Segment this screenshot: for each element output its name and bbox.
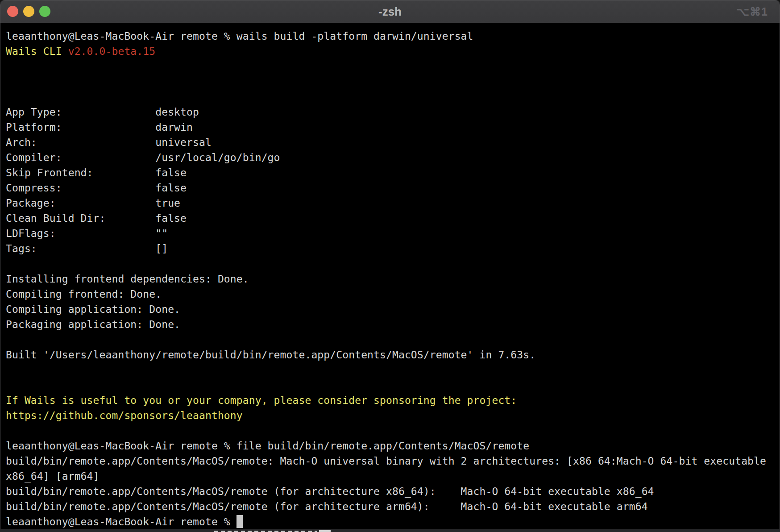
terminal-text-segment: LDFlags: "" bbox=[6, 228, 168, 239]
terminal-line: Installing frontend dependencies: Done. bbox=[6, 271, 780, 287]
terminal-text-segment: If Wails is useful to you or your compan… bbox=[6, 395, 517, 406]
minimize-button[interactable] bbox=[23, 6, 34, 17]
terminal-line: Platform: darwin bbox=[6, 120, 780, 135]
terminal-line: leaanthony@Leas-MacBook-Air remote % fil… bbox=[6, 438, 780, 453]
terminal-line bbox=[6, 74, 780, 89]
terminal-text-segment: Platform: darwin bbox=[6, 121, 193, 133]
terminal-line: Clean Build Dir: false bbox=[6, 211, 780, 226]
terminal-line bbox=[6, 332, 780, 347]
terminal-line: Compress: false bbox=[6, 180, 780, 195]
terminal-line: x86_64] [arm64] bbox=[6, 469, 780, 484]
terminal-text-segment: Package: true bbox=[6, 197, 180, 209]
terminal-text-segment: build/bin/remote.app/Contents/MacOS/remo… bbox=[6, 455, 766, 467]
terminal-text-segment: Wails CLI bbox=[6, 46, 68, 57]
terminal-text-segment: x86_64] [arm64] bbox=[6, 470, 100, 482]
terminal-text-segment: leaanthony@Leas-MacBook-Air remote % bbox=[6, 516, 236, 528]
terminal-text-segment: Skip Frontend: false bbox=[6, 167, 187, 179]
zoom-button[interactable] bbox=[39, 6, 50, 17]
terminal-line: https://github.com/sponsors/leaanthony bbox=[6, 408, 780, 423]
title-bar[interactable]: -zsh ⌥⌘1 bbox=[0, 0, 780, 23]
terminal-line: build/bin/remote.app/Contents/MacOS/remo… bbox=[6, 484, 780, 499]
tab-shortcut-hint: ⌥⌘1 bbox=[736, 0, 768, 23]
terminal-text-segment: build/bin/remote.app/Contents/MacOS/remo… bbox=[6, 486, 654, 497]
terminal-text-segment: Arch: universal bbox=[6, 137, 212, 148]
terminal-text-segment: Compiling application: Done. bbox=[6, 303, 180, 315]
terminal-line: If Wails is useful to you or your compan… bbox=[6, 393, 780, 408]
terminal-line: leaanthony@Leas-MacBook-Air remote % bbox=[6, 514, 780, 529]
terminal-text-segment: Compress: false bbox=[6, 182, 187, 194]
terminal-text-segment: leaanthony@Leas-MacBook-Air remote % fil… bbox=[6, 440, 529, 452]
terminal-text-segment: Built '/Users/leaanthony/remote/build/bi… bbox=[6, 349, 535, 361]
terminal-line: Package: true bbox=[6, 195, 780, 211]
terminal-line bbox=[6, 378, 780, 393]
terminal-line bbox=[6, 89, 780, 104]
terminal-line: LDFlags: "" bbox=[6, 226, 780, 241]
terminal-text-segment: https://github.com/sponsors/leaanthony bbox=[6, 410, 243, 421]
terminal-screen[interactable]: leaanthony@Leas-MacBook-Air remote % wai… bbox=[0, 23, 780, 529]
terminal-line: Packaging application: Done. bbox=[6, 317, 780, 332]
terminal-line: build/bin/remote.app/Contents/MacOS/remo… bbox=[6, 453, 780, 469]
terminal-line bbox=[6, 423, 780, 438]
terminal-line bbox=[6, 59, 780, 74]
terminal-line: build/bin/remote.app/Contents/MacOS/remo… bbox=[6, 499, 780, 514]
terminal-line: Compiler: /usr/local/go/bin/go bbox=[6, 150, 780, 165]
terminal-window: -zsh ⌥⌘1 leaanthony@Leas-MacBook-Air rem… bbox=[0, 0, 780, 529]
terminal-text-segment: Compiling frontend: Done. bbox=[6, 288, 162, 300]
terminal-line: leaanthony@Leas-MacBook-Air remote % wai… bbox=[6, 29, 780, 44]
block-cursor bbox=[236, 515, 243, 528]
terminal-line bbox=[6, 362, 780, 378]
terminal-text-segment: v2.0.0-beta.15 bbox=[68, 46, 156, 57]
terminal-text-segment: Compiler: /usr/local/go/bin/go bbox=[6, 152, 280, 163]
terminal-line: Tags: [] bbox=[6, 241, 780, 256]
close-button[interactable] bbox=[7, 6, 18, 17]
clipped-cursor-artifact bbox=[319, 530, 331, 532]
terminal-line: Skip Frontend: false bbox=[6, 165, 780, 180]
terminal-text-segment: App Type: desktop bbox=[6, 106, 199, 118]
terminal-text-segment: Clean Build Dir: false bbox=[6, 212, 187, 224]
terminal-text-segment: Installing frontend dependencies: Done. bbox=[6, 273, 249, 285]
terminal-line: Arch: universal bbox=[6, 135, 780, 150]
terminal-text-segment: build/bin/remote.app/Contents/MacOS/remo… bbox=[6, 501, 648, 512]
terminal-text-segment: Packaging application: Done. bbox=[6, 319, 180, 330]
terminal-text-segment: leaanthony@Leas-MacBook-Air remote % wai… bbox=[6, 30, 473, 42]
terminal-line: Compiling frontend: Done. bbox=[6, 287, 780, 302]
background-strip bbox=[0, 529, 780, 532]
terminal-line bbox=[6, 256, 780, 271]
terminal-line: Wails CLI v2.0.0-beta.15 bbox=[6, 44, 780, 59]
terminal-line: Built '/Users/leaanthony/remote/build/bi… bbox=[6, 347, 780, 362]
traffic-lights bbox=[7, 6, 50, 17]
terminal-text-segment: Tags: [] bbox=[6, 243, 168, 254]
window-title: -zsh bbox=[0, 0, 780, 23]
terminal-line: Compiling application: Done. bbox=[6, 302, 780, 317]
terminal-line: App Type: desktop bbox=[6, 104, 780, 120]
